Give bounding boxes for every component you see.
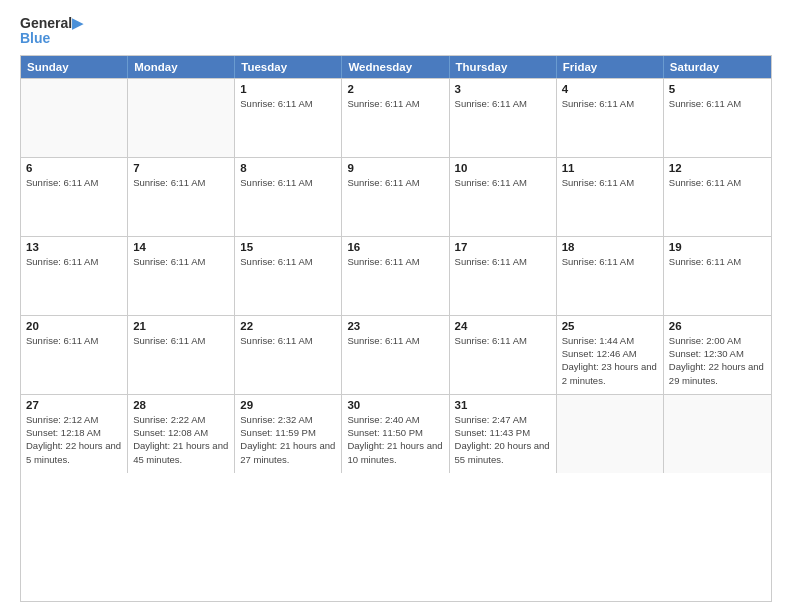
day-info-5: Sunrise: 6:11 AM bbox=[669, 97, 766, 110]
day-info-26: Sunrise: 2:00 AM Sunset: 12:30 AM Daylig… bbox=[669, 334, 766, 387]
day-cell-19: 19Sunrise: 6:11 AM bbox=[664, 237, 771, 315]
day-number-2: 2 bbox=[347, 83, 443, 95]
day-info-16: Sunrise: 6:11 AM bbox=[347, 255, 443, 268]
day-info-2: Sunrise: 6:11 AM bbox=[347, 97, 443, 110]
day-number-23: 23 bbox=[347, 320, 443, 332]
day-info-24: Sunrise: 6:11 AM bbox=[455, 334, 551, 347]
day-cell-21: 21Sunrise: 6:11 AM bbox=[128, 316, 235, 394]
day-info-21: Sunrise: 6:11 AM bbox=[133, 334, 229, 347]
day-info-13: Sunrise: 6:11 AM bbox=[26, 255, 122, 268]
header-cell-thursday: Thursday bbox=[450, 56, 557, 78]
day-number-24: 24 bbox=[455, 320, 551, 332]
day-cell-24: 24Sunrise: 6:11 AM bbox=[450, 316, 557, 394]
day-cell-23: 23Sunrise: 6:11 AM bbox=[342, 316, 449, 394]
day-number-11: 11 bbox=[562, 162, 658, 174]
day-cell-7: 7Sunrise: 6:11 AM bbox=[128, 158, 235, 236]
header-cell-wednesday: Wednesday bbox=[342, 56, 449, 78]
day-number-15: 15 bbox=[240, 241, 336, 253]
calendar-body: 1Sunrise: 6:11 AM2Sunrise: 6:11 AM3Sunri… bbox=[21, 78, 771, 473]
day-info-25: Sunrise: 1:44 AM Sunset: 12:46 AM Daylig… bbox=[562, 334, 658, 387]
day-number-26: 26 bbox=[669, 320, 766, 332]
day-cell-5: 5Sunrise: 6:11 AM bbox=[664, 79, 771, 157]
day-info-9: Sunrise: 6:11 AM bbox=[347, 176, 443, 189]
day-number-30: 30 bbox=[347, 399, 443, 411]
calendar: SundayMondayTuesdayWednesdayThursdayFrid… bbox=[20, 55, 772, 602]
empty-cell-4-6 bbox=[664, 395, 771, 473]
day-number-8: 8 bbox=[240, 162, 336, 174]
day-info-30: Sunrise: 2:40 AM Sunset: 11:50 PM Daylig… bbox=[347, 413, 443, 466]
day-cell-13: 13Sunrise: 6:11 AM bbox=[21, 237, 128, 315]
day-number-9: 9 bbox=[347, 162, 443, 174]
day-number-13: 13 bbox=[26, 241, 122, 253]
day-number-10: 10 bbox=[455, 162, 551, 174]
day-cell-15: 15Sunrise: 6:11 AM bbox=[235, 237, 342, 315]
header-cell-tuesday: Tuesday bbox=[235, 56, 342, 78]
day-number-28: 28 bbox=[133, 399, 229, 411]
day-info-28: Sunrise: 2:22 AM Sunset: 12:08 AM Daylig… bbox=[133, 413, 229, 466]
day-info-19: Sunrise: 6:11 AM bbox=[669, 255, 766, 268]
header-cell-friday: Friday bbox=[557, 56, 664, 78]
day-cell-31: 31Sunrise: 2:47 AM Sunset: 11:43 PM Dayl… bbox=[450, 395, 557, 473]
day-info-27: Sunrise: 2:12 AM Sunset: 12:18 AM Daylig… bbox=[26, 413, 122, 466]
day-info-22: Sunrise: 6:11 AM bbox=[240, 334, 336, 347]
day-cell-2: 2Sunrise: 6:11 AM bbox=[342, 79, 449, 157]
day-info-18: Sunrise: 6:11 AM bbox=[562, 255, 658, 268]
day-number-31: 31 bbox=[455, 399, 551, 411]
day-cell-14: 14Sunrise: 6:11 AM bbox=[128, 237, 235, 315]
day-number-29: 29 bbox=[240, 399, 336, 411]
day-cell-11: 11Sunrise: 6:11 AM bbox=[557, 158, 664, 236]
day-cell-16: 16Sunrise: 6:11 AM bbox=[342, 237, 449, 315]
day-info-1: Sunrise: 6:11 AM bbox=[240, 97, 336, 110]
day-cell-20: 20Sunrise: 6:11 AM bbox=[21, 316, 128, 394]
empty-cell-0-0 bbox=[21, 79, 128, 157]
day-cell-17: 17Sunrise: 6:11 AM bbox=[450, 237, 557, 315]
day-cell-30: 30Sunrise: 2:40 AM Sunset: 11:50 PM Dayl… bbox=[342, 395, 449, 473]
day-cell-8: 8Sunrise: 6:11 AM bbox=[235, 158, 342, 236]
day-cell-9: 9Sunrise: 6:11 AM bbox=[342, 158, 449, 236]
day-info-10: Sunrise: 6:11 AM bbox=[455, 176, 551, 189]
day-number-19: 19 bbox=[669, 241, 766, 253]
day-number-4: 4 bbox=[562, 83, 658, 95]
page: General▶ Blue SundayMondayTuesdayWednesd… bbox=[0, 0, 792, 612]
day-cell-12: 12Sunrise: 6:11 AM bbox=[664, 158, 771, 236]
day-cell-10: 10Sunrise: 6:11 AM bbox=[450, 158, 557, 236]
day-info-20: Sunrise: 6:11 AM bbox=[26, 334, 122, 347]
week-row-4: 20Sunrise: 6:11 AM21Sunrise: 6:11 AM22Su… bbox=[21, 315, 771, 394]
day-info-11: Sunrise: 6:11 AM bbox=[562, 176, 658, 189]
week-row-1: 1Sunrise: 6:11 AM2Sunrise: 6:11 AM3Sunri… bbox=[21, 78, 771, 157]
empty-cell-4-5 bbox=[557, 395, 664, 473]
day-number-21: 21 bbox=[133, 320, 229, 332]
calendar-header-row: SundayMondayTuesdayWednesdayThursdayFrid… bbox=[21, 56, 771, 78]
header-cell-sunday: Sunday bbox=[21, 56, 128, 78]
day-cell-6: 6Sunrise: 6:11 AM bbox=[21, 158, 128, 236]
day-number-22: 22 bbox=[240, 320, 336, 332]
day-cell-28: 28Sunrise: 2:22 AM Sunset: 12:08 AM Dayl… bbox=[128, 395, 235, 473]
day-number-6: 6 bbox=[26, 162, 122, 174]
header-cell-saturday: Saturday bbox=[664, 56, 771, 78]
day-cell-27: 27Sunrise: 2:12 AM Sunset: 12:18 AM Dayl… bbox=[21, 395, 128, 473]
empty-cell-0-1 bbox=[128, 79, 235, 157]
day-number-16: 16 bbox=[347, 241, 443, 253]
week-row-2: 6Sunrise: 6:11 AM7Sunrise: 6:11 AM8Sunri… bbox=[21, 157, 771, 236]
day-number-7: 7 bbox=[133, 162, 229, 174]
day-info-6: Sunrise: 6:11 AM bbox=[26, 176, 122, 189]
day-info-14: Sunrise: 6:11 AM bbox=[133, 255, 229, 268]
day-info-17: Sunrise: 6:11 AM bbox=[455, 255, 551, 268]
day-info-7: Sunrise: 6:11 AM bbox=[133, 176, 229, 189]
day-number-5: 5 bbox=[669, 83, 766, 95]
day-cell-26: 26Sunrise: 2:00 AM Sunset: 12:30 AM Dayl… bbox=[664, 316, 771, 394]
day-info-3: Sunrise: 6:11 AM bbox=[455, 97, 551, 110]
day-number-20: 20 bbox=[26, 320, 122, 332]
week-row-3: 13Sunrise: 6:11 AM14Sunrise: 6:11 AM15Su… bbox=[21, 236, 771, 315]
day-info-29: Sunrise: 2:32 AM Sunset: 11:59 PM Daylig… bbox=[240, 413, 336, 466]
day-number-27: 27 bbox=[26, 399, 122, 411]
day-number-25: 25 bbox=[562, 320, 658, 332]
day-cell-29: 29Sunrise: 2:32 AM Sunset: 11:59 PM Dayl… bbox=[235, 395, 342, 473]
day-cell-3: 3Sunrise: 6:11 AM bbox=[450, 79, 557, 157]
day-info-8: Sunrise: 6:11 AM bbox=[240, 176, 336, 189]
logo: General▶ Blue bbox=[20, 16, 83, 47]
day-number-14: 14 bbox=[133, 241, 229, 253]
day-number-1: 1 bbox=[240, 83, 336, 95]
day-cell-1: 1Sunrise: 6:11 AM bbox=[235, 79, 342, 157]
day-info-15: Sunrise: 6:11 AM bbox=[240, 255, 336, 268]
